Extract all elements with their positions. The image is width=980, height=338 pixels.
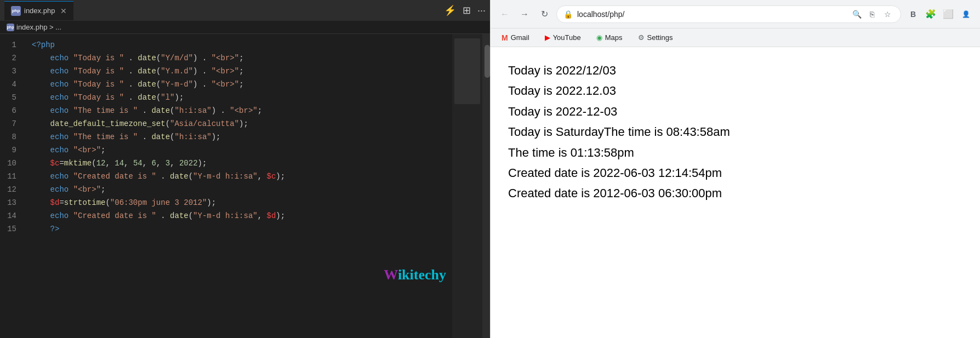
code-line-10: $c=mktime(12, 14, 54, 6, 3, 2022);	[27, 157, 490, 170]
code-line-7: date_default_timezone_set("Asia/calcutta…	[27, 117, 490, 130]
editor-tab-index-php[interactable]: php index.php ✕	[4, 1, 73, 20]
tab-filename: index.php	[24, 7, 55, 15]
youtube-icon: ▶	[545, 33, 550, 42]
layout-icon[interactable]: ⊞	[463, 4, 471, 16]
reload-button[interactable]: ↻	[537, 7, 552, 22]
code-line-11: echo "Created date is " . date("Y-m-d h:…	[27, 170, 490, 183]
editor-panel: php index.php ✕ ⚡ ⊞ ··· php index.php > …	[0, 0, 490, 338]
output-line: The time is 01:13:58pm	[508, 142, 962, 163]
minimap	[452, 34, 482, 338]
back-button[interactable]: ←	[497, 7, 512, 22]
code-line-1: <?php	[27, 38, 490, 51]
editor-content: 123456789101112131415 <?php echo "Today …	[0, 34, 490, 338]
lock-icon: 🔒	[563, 10, 573, 19]
editor-toolbar-icons: ⚡ ⊞ ···	[444, 4, 486, 16]
bookmark-maps[interactable]: ◉ Maps	[592, 31, 627, 44]
address-text: localhost/php/	[577, 10, 846, 19]
output-line: Today is 2022-12-03	[508, 101, 962, 122]
wikitechy-watermark: Wikitechy	[384, 267, 446, 283]
debug-icon[interactable]: ⚡	[444, 4, 456, 16]
profile-icon[interactable]: 👤	[958, 7, 973, 22]
browser-toolbar: ← → ↻ 🔒 localhost/php/ 🔍 ⎘ ☆ B 🧩 ⬜ 👤	[491, 0, 980, 28]
code-line-8: echo "The time is " . date("h:i:sa");	[27, 130, 490, 144]
scrollbar[interactable]	[482, 34, 490, 338]
code-line-15: ?>	[27, 222, 490, 236]
scrollbar-thumb[interactable]	[485, 45, 490, 78]
maps-icon: ◉	[596, 33, 602, 42]
output-line: Today is 2022.12.03	[508, 81, 962, 101]
zoom-button[interactable]: 🔍	[850, 8, 863, 21]
output-line: Created date is 2012-06-03 06:30:00pm	[508, 183, 962, 203]
settings-label: Settings	[647, 33, 673, 42]
php-icon: php	[11, 6, 21, 16]
code-line-6: echo "The time is " . date("h:i:sa") . "…	[27, 104, 490, 117]
bookmark-youtube[interactable]: ▶ YouTube	[540, 31, 585, 44]
output-line: Today is 2022/12/03	[508, 60, 962, 81]
puzzle-icon[interactable]: 🧩	[923, 7, 938, 22]
gmail-icon: M	[502, 33, 508, 42]
youtube-label: YouTube	[553, 33, 581, 42]
bookmarks-bar: M Gmail ▶ YouTube ◉ Maps ⚙ Settings	[491, 28, 980, 47]
bookmark-settings[interactable]: ⚙ Settings	[634, 31, 677, 44]
address-actions: 🔍 ⎘ ☆	[850, 8, 894, 21]
breadcrumb-php-icon: php	[7, 24, 14, 31]
output-line: Created date is 2022-06-03 12:14:54pm	[508, 163, 962, 183]
bold-b-icon[interactable]: B	[905, 7, 921, 22]
more-icon[interactable]: ···	[477, 5, 486, 16]
code-line-9: echo "<br>";	[27, 144, 490, 157]
maps-label: Maps	[605, 33, 623, 42]
code-line-14: echo "Created date is " . date("Y-m-d h:…	[27, 209, 490, 222]
browser-output: Today is 2022/12/03Today is 2022.12.03To…	[491, 47, 980, 338]
code-line-4: echo "Today is " . date("Y-m-d") . "<br>…	[27, 78, 490, 91]
tab-close-button[interactable]: ✕	[60, 7, 67, 15]
bookmark-gmail[interactable]: M Gmail	[497, 31, 534, 44]
code-line-3: echo "Today is " . date("Y.m.d") . "<br>…	[27, 65, 490, 78]
code-line-2: echo "Today is " . date("Y/m/d") . "<br>…	[27, 51, 490, 65]
tab-bar: php index.php ✕ ⚡ ⊞ ···	[0, 0, 490, 21]
window-icon[interactable]: ⬜	[941, 7, 956, 22]
breadcrumb: php index.php > ...	[0, 21, 490, 34]
gmail-label: Gmail	[511, 33, 529, 42]
code-line-5: echo "Today is " . date("l");	[27, 91, 490, 104]
browser-ext-icons: B 🧩 ⬜ 👤	[905, 7, 973, 22]
share-button[interactable]: ⎘	[865, 8, 879, 21]
code-line-12: echo "<br>";	[27, 183, 490, 196]
settings-icon: ⚙	[638, 33, 645, 42]
code-editor[interactable]: <?php echo "Today is " . date("Y/m/d") .…	[27, 34, 490, 338]
forward-button[interactable]: →	[517, 7, 532, 22]
browser-panel: ← → ↻ 🔒 localhost/php/ 🔍 ⎘ ☆ B 🧩 ⬜ 👤 M G…	[490, 0, 980, 338]
address-bar[interactable]: 🔒 localhost/php/ 🔍 ⎘ ☆	[556, 5, 901, 23]
bookmark-star-button[interactable]: ☆	[881, 8, 894, 21]
code-line-13: $d=strtotime("06:30pm june 3 2012");	[27, 196, 490, 209]
line-numbers: 123456789101112131415	[0, 34, 27, 338]
output-line: Today is SaturdayThe time is 08:43:58am	[508, 122, 962, 142]
breadcrumb-text: index.php > ...	[16, 23, 61, 31]
